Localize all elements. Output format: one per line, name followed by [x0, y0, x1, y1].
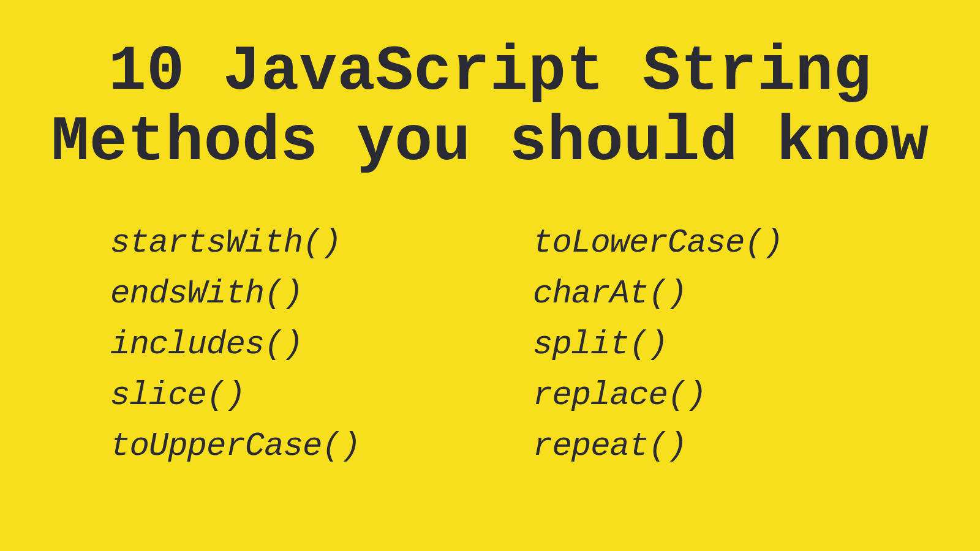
slide-container: 10 JavaScript String Methods you should … — [0, 0, 980, 551]
method-item: startsWith() — [110, 224, 533, 262]
method-item: endsWith() — [110, 275, 533, 313]
methods-columns: startsWith() endsWith() includes() slice… — [0, 224, 980, 465]
method-item: slice() — [110, 377, 533, 414]
methods-column-right: toLowerCase() charAt() split() replace()… — [533, 224, 900, 465]
title-line-1: 10 JavaScript String — [0, 37, 980, 107]
method-item: repeat() — [533, 427, 900, 465]
methods-column-left: startsWith() endsWith() includes() slice… — [110, 224, 533, 465]
method-item: includes() — [110, 326, 533, 364]
method-item: split() — [533, 326, 900, 364]
method-item: replace() — [533, 377, 900, 414]
method-item: charAt() — [533, 275, 900, 313]
method-item: toLowerCase() — [533, 224, 900, 262]
method-item: toUpperCase() — [110, 427, 533, 465]
slide-title: 10 JavaScript String Methods you should … — [0, 37, 980, 178]
title-line-2: Methods you should know — [0, 107, 980, 178]
